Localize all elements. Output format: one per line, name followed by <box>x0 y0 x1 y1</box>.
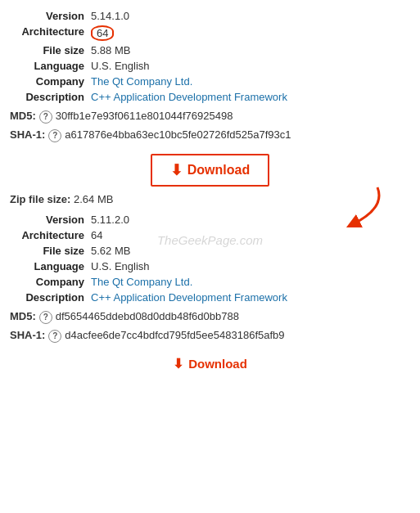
md5-value-2: df5654465ddebd08d0ddb48f6d0bb788 <box>56 310 239 322</box>
sha1-value-1: a617876e4bba63ec10bc5fe02726fd525a7f93c1 <box>65 128 291 141</box>
value-language-1: U.S. English <box>88 58 410 74</box>
value-company-1[interactable]: The Qt Company Ltd. <box>88 74 410 89</box>
label-version-1: Version <box>10 8 88 24</box>
download-container-1: ⬇ Download <box>10 154 410 187</box>
row-description-1: Description C++ Application Development … <box>10 89 410 105</box>
value-company-2[interactable]: The Qt Company Ltd. <box>88 274 410 290</box>
download-button-2[interactable]: ⬇ Download <box>165 353 255 375</box>
label-language-2: Language <box>10 259 88 274</box>
row-filesize-1: File size 5.88 MB <box>10 43 410 58</box>
md5-row-1: MD5: ? 30ffb1e7e93f0611e801044f76925498 <box>10 110 410 124</box>
md5-info-icon-2[interactable]: ? <box>39 311 52 324</box>
sha1-info-icon-1[interactable]: ? <box>48 129 61 142</box>
sha1-row-2: SHA-1: ? d4acfee6de7cc4bdfcd795fd5ee5483… <box>10 329 410 343</box>
zip-value: 2.64 MB <box>74 193 113 205</box>
value-language-2: U.S. English <box>88 259 410 274</box>
zip-label: Zip file size: <box>10 193 70 205</box>
label-filesize-1: File size <box>10 43 88 58</box>
download-container-2: ⬇ Download <box>10 353 410 375</box>
label-language-1: Language <box>10 58 88 74</box>
download-label-2: Download <box>188 357 247 371</box>
label-company-1: Company <box>10 74 88 89</box>
md5-info-icon-1[interactable]: ? <box>39 110 52 124</box>
value-version-1: 5.14.1.0 <box>88 8 410 24</box>
sha1-row-1: SHA-1: ? a617876e4bba63ec10bc5fe02726fd5… <box>10 128 410 142</box>
sha1-label-1: SHA-1: <box>10 128 45 141</box>
label-filesize-2: File size <box>10 243 88 259</box>
label-arch-2: Architecture <box>10 227 88 243</box>
label-arch-1: Architecture <box>10 24 88 43</box>
md5-label-1: MD5: <box>10 110 36 122</box>
row-company-1: Company The Qt Company Ltd. <box>10 74 410 89</box>
sha1-value-2: d4acfee6de7cc4bdfcd795fd5ee5483186f5afb9 <box>65 329 284 341</box>
row-architecture-1: Architecture 64 <box>10 24 410 43</box>
label-description-1: Description <box>10 89 88 105</box>
value-description-1[interactable]: C++ Application Development Framework <box>88 89 410 105</box>
info-table-1: Version 5.14.1.0 Architecture 64 File si… <box>10 8 410 105</box>
row-language-1: Language U.S. English <box>10 58 410 74</box>
md5-label-2: MD5: <box>10 310 36 322</box>
row-language-2: Language U.S. English <box>10 259 410 274</box>
label-version-2: Version <box>10 212 88 227</box>
arch-circled-value: 64 <box>91 25 114 41</box>
sha1-label-2: SHA-1: <box>10 329 45 341</box>
md5-value-1: 30ffb1e7e93f0611e801044f76925498 <box>56 110 233 122</box>
label-company-2: Company <box>10 274 88 290</box>
download-icon-2: ⬇ <box>173 356 183 371</box>
download-icon-1: ⬇ <box>170 161 183 179</box>
md5-row-2: MD5: ? df5654465ddebd08d0ddb48f6d0bb788 <box>10 310 410 324</box>
download-label-1: Download <box>187 163 250 178</box>
row-company-2: Company The Qt Company Ltd. <box>10 274 410 290</box>
row-description-2: Description C++ Application Development … <box>10 290 410 305</box>
section-1: Version 5.14.1.0 Architecture 64 File si… <box>10 8 410 142</box>
row-version-1: Version 5.14.1.0 <box>10 8 410 24</box>
download-button-1[interactable]: ⬇ Download <box>151 154 269 187</box>
value-description-2[interactable]: C++ Application Development Framework <box>88 290 410 305</box>
value-arch-1: 64 <box>88 24 410 43</box>
row-filesize-2: File size 5.62 MB <box>10 243 410 259</box>
sha1-info-icon-2[interactable]: ? <box>48 330 61 343</box>
value-filesize-2: 5.62 MB <box>88 243 410 259</box>
value-filesize-1: 5.88 MB <box>88 43 410 58</box>
label-description-2: Description <box>10 290 88 305</box>
arrow-annotation <box>320 183 386 232</box>
